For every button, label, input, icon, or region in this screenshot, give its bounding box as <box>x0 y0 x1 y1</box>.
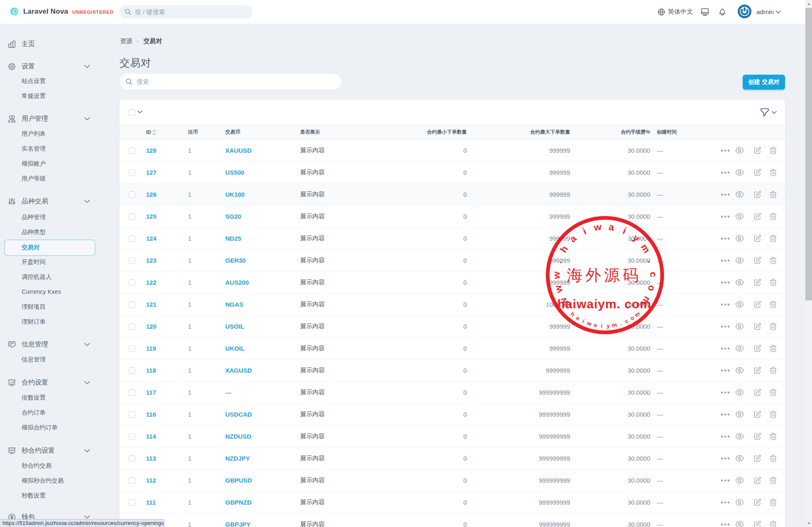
svg-text:a: a <box>567 233 578 244</box>
svg-text:y: y <box>631 232 642 244</box>
svg-text:y: y <box>606 323 610 329</box>
svg-text:i: i <box>581 318 585 324</box>
svg-text:w: w <box>586 320 593 327</box>
svg-text:i: i <box>621 225 628 236</box>
svg-text:w: w <box>551 272 562 280</box>
svg-text:a: a <box>593 322 598 328</box>
svg-text:o: o <box>646 284 658 293</box>
svg-text:m: m <box>612 322 618 329</box>
svg-text:.: . <box>553 259 564 264</box>
svg-text:h: h <box>558 244 570 255</box>
svg-text:a: a <box>575 315 581 322</box>
svg-text:h: h <box>569 311 576 318</box>
svg-text:w: w <box>593 221 602 233</box>
svg-text:i: i <box>601 323 603 329</box>
svg-text:w: w <box>552 284 565 295</box>
svg-text:haiwaiym. com: haiwaiym. com <box>557 297 651 311</box>
svg-text:c: c <box>648 272 659 277</box>
svg-text:m: m <box>639 242 652 255</box>
svg-text:o: o <box>629 315 635 322</box>
svg-text:m: m <box>634 310 641 318</box>
svg-text:i: i <box>581 226 588 237</box>
svg-text:.: . <box>619 320 622 327</box>
svg-text:c: c <box>624 317 629 324</box>
svg-text:海外源码: 海外源码 <box>567 266 641 284</box>
svg-text:a: a <box>608 221 614 233</box>
svg-text:.: . <box>646 258 657 264</box>
